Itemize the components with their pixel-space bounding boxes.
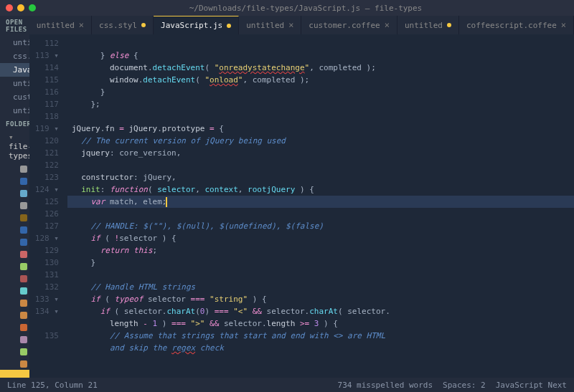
- syntax-mode[interactable]: JavaScript Next: [496, 381, 567, 390]
- file-icon: [20, 312, 27, 319]
- file-item[interactable]: css.less: [0, 236, 29, 248]
- code-area[interactable]: 112113 ▾114115116117118119 ▾120121122123…: [29, 34, 574, 378]
- tab-bar: untitled×css.stylJavaScript.jsuntitled×c…: [29, 16, 574, 34]
- file-icon: [20, 360, 27, 368]
- file-item[interactable]: css.styl: [0, 260, 29, 272]
- file-item[interactable]: Jade.jade: [0, 345, 29, 358]
- file-icon: [20, 275, 27, 282]
- open-file-item[interactable]: css.styl: [0, 49, 29, 63]
- file-icon: [20, 336, 27, 343]
- open-file-item[interactable]: untitled: [0, 36, 29, 49]
- tab[interactable]: css.styl: [92, 16, 154, 34]
- file-icon: [20, 251, 27, 258]
- open-file-item[interactable]: JavaScript.js: [0, 63, 29, 77]
- file-item[interactable]: erlang.erl: [0, 272, 29, 285]
- code-line[interactable]: [67, 208, 574, 220]
- close-tab-icon[interactable]: ×: [561, 20, 566, 30]
- code-line[interactable]: return this;: [67, 244, 574, 257]
- file-item[interactable]: changelog: [0, 199, 29, 211]
- code-line[interactable]: // Handle HTML strings: [67, 281, 574, 293]
- code-line[interactable]: } else {: [67, 49, 574, 62]
- code-line[interactable]: if ( selector.charAt(0) === "<" && selec…: [67, 305, 574, 317]
- file-item[interactable]: go.go: [0, 285, 29, 297]
- file-item[interactable]: c++.hpp: [0, 187, 29, 199]
- file-item[interactable]: bower.json: [0, 175, 29, 187]
- code-line[interactable]: [67, 110, 574, 123]
- window-title: ~/Downloads/file-types/JavaScript.js — f…: [43, 4, 568, 13]
- gutter: 112113 ▾114115116117118119 ▾120121122123…: [29, 34, 67, 378]
- code-line[interactable]: }: [67, 257, 574, 269]
- open-files-header: OPEN FILES: [0, 16, 29, 36]
- tab[interactable]: customer.coffee×: [301, 16, 397, 34]
- code-line[interactable]: init: function( selector, context, rootj…: [67, 183, 574, 196]
- code-line[interactable]: [67, 37, 574, 49]
- file-icon: [20, 178, 27, 185]
- window-controls: [6, 4, 36, 11]
- tab[interactable]: untitled: [397, 16, 459, 34]
- file-item[interactable]: java.java: [0, 358, 29, 370]
- file-icon: [20, 263, 27, 270]
- status-bar: Line 125, Column 21 734 misspelled words…: [0, 378, 574, 392]
- minimize-icon[interactable]: [17, 4, 24, 11]
- code-line[interactable]: // HANDLE: $(""), $(null), $(undefined),…: [67, 220, 574, 232]
- code-line[interactable]: jQuery.fn = jQuery.prototype = {: [67, 123, 574, 135]
- file-item[interactable]: JavaScript.js: [0, 370, 29, 378]
- modified-dot-icon[interactable]: [447, 23, 451, 27]
- file-item[interactable]: css.scss: [0, 248, 29, 260]
- tab[interactable]: coffeescript.coffee×: [459, 16, 574, 34]
- file-item[interactable]: Gruntfile.js: [0, 297, 29, 309]
- file-icon: [20, 324, 27, 331]
- open-file-item[interactable]: customer.coffee: [0, 90, 29, 104]
- tab-label: untitled: [246, 21, 284, 30]
- code-line[interactable]: // Assume that strings that start and en…: [67, 330, 574, 342]
- file-item[interactable]: image.jpg: [0, 333, 29, 345]
- file-icon: [20, 239, 27, 246]
- file-item[interactable]: coffeescript.coffee: [0, 211, 29, 224]
- cursor-position[interactable]: Line 125, Column 21: [7, 381, 98, 390]
- maximize-icon[interactable]: [29, 4, 36, 11]
- code-line[interactable]: document.detachEvent( "onreadystatechang…: [67, 62, 574, 74]
- tab-label: css.styl: [99, 21, 137, 30]
- file-icon: [20, 202, 27, 209]
- file-icon: [20, 287, 27, 295]
- code-line[interactable]: };: [67, 98, 574, 110]
- code-line[interactable]: [67, 269, 574, 281]
- tab[interactable]: JavaScript.js: [154, 16, 239, 34]
- open-file-item[interactable]: untitled: [0, 104, 29, 118]
- file-item[interactable]: css.css: [0, 224, 29, 236]
- code-line[interactable]: if ( !selector ) {: [67, 232, 574, 244]
- code-line[interactable]: and skip the regex check: [67, 342, 574, 354]
- code-line[interactable]: length - 1 ) === ">" && selector.length …: [67, 317, 574, 330]
- tab[interactable]: untitled×: [239, 16, 301, 34]
- code-line[interactable]: // The current version of jQuery being u…: [67, 135, 574, 147]
- titlebar: ~/Downloads/file-types/JavaScript.js — f…: [0, 0, 574, 16]
- tab[interactable]: untitled×: [29, 16, 92, 34]
- close-tab-icon[interactable]: ×: [288, 20, 293, 30]
- file-icon: [20, 348, 27, 355]
- code-line[interactable]: [67, 159, 574, 171]
- code-lines[interactable]: } else { document.detachEvent( "onreadys…: [67, 34, 574, 378]
- folder-root[interactable]: file-types: [0, 130, 29, 163]
- code-line[interactable]: var match, elem;: [67, 196, 574, 208]
- code-line[interactable]: jquery: core_version,: [67, 147, 574, 159]
- tab-label: coffeescript.coffee: [466, 21, 557, 30]
- close-icon[interactable]: [6, 4, 13, 11]
- code-line[interactable]: window.detachEvent( "onload", completed …: [67, 74, 574, 86]
- file-item[interactable]: archive.zip: [0, 163, 29, 175]
- file-item[interactable]: html.html.erb: [0, 309, 29, 321]
- tab-label: customer.coffee: [309, 21, 380, 30]
- code-line[interactable]: if ( typeof selector === "string" ) {: [67, 293, 574, 305]
- file-icon: [20, 190, 27, 197]
- folders-header: FOLDERS: [0, 118, 29, 130]
- file-item[interactable]: html.slim: [0, 321, 29, 333]
- spell-count[interactable]: 734 misspelled words: [338, 381, 433, 390]
- indent-setting[interactable]: Spaces: 2: [443, 381, 486, 390]
- code-line[interactable]: constructor: jQuery,: [67, 171, 574, 183]
- code-line[interactable]: }: [67, 86, 574, 98]
- tab-label: JavaScript.js: [161, 21, 222, 30]
- modified-dot-icon[interactable]: [141, 23, 146, 27]
- open-file-item[interactable]: untitled: [0, 77, 29, 90]
- modified-dot-icon[interactable]: [227, 24, 231, 28]
- close-tab-icon[interactable]: ×: [385, 20, 390, 30]
- close-tab-icon[interactable]: ×: [79, 20, 84, 30]
